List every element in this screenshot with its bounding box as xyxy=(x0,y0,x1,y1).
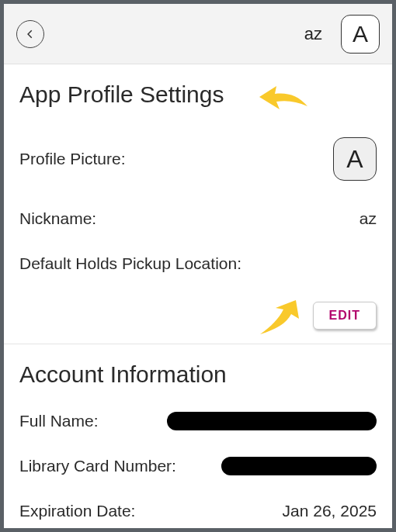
edit-row: EDIT xyxy=(19,302,377,344)
content: App Profile Settings Profile Picture: A … xyxy=(4,64,392,523)
fullname-redacted xyxy=(167,412,377,430)
annotation-arrow-title-icon xyxy=(256,78,314,120)
edit-button[interactable]: EDIT xyxy=(313,302,377,330)
card-number-label: Library Card Number: xyxy=(19,457,176,475)
expiration-label: Expiration Date: xyxy=(19,502,135,520)
back-button[interactable] xyxy=(16,20,44,48)
expiration-row: Expiration Date: Jan 26, 2025 xyxy=(19,499,377,523)
annotation-arrow-edit-icon xyxy=(252,297,302,337)
nickname-value: az xyxy=(360,209,377,228)
fullname-label: Full Name: xyxy=(19,412,99,430)
screen: az A App Profile Settings Profile Pictur… xyxy=(4,4,392,528)
card-number-row: Library Card Number: xyxy=(19,454,377,478)
topbar-username: az xyxy=(304,24,322,44)
card-number-redacted xyxy=(221,457,377,475)
expiration-value: Jan 26, 2025 xyxy=(283,502,377,520)
profile-picture-label: Profile Picture: xyxy=(19,150,126,168)
profile-picture-avatar[interactable]: A xyxy=(333,137,377,181)
top-bar: az A xyxy=(4,4,392,64)
account-section-title: Account Information xyxy=(19,361,227,388)
nickname-label: Nickname: xyxy=(19,209,96,228)
pickup-location-row: Default Holds Pickup Location: xyxy=(19,252,377,275)
fullname-row: Full Name: xyxy=(19,409,377,433)
profile-picture-row: Profile Picture: A xyxy=(19,137,377,181)
page-title: App Profile Settings xyxy=(19,81,224,108)
avatar-button[interactable]: A xyxy=(341,15,380,54)
nickname-row: Nickname: az xyxy=(19,207,377,230)
pickup-location-label: Default Holds Pickup Location: xyxy=(19,254,241,273)
section-divider xyxy=(4,344,392,344)
chevron-left-icon xyxy=(25,29,36,40)
